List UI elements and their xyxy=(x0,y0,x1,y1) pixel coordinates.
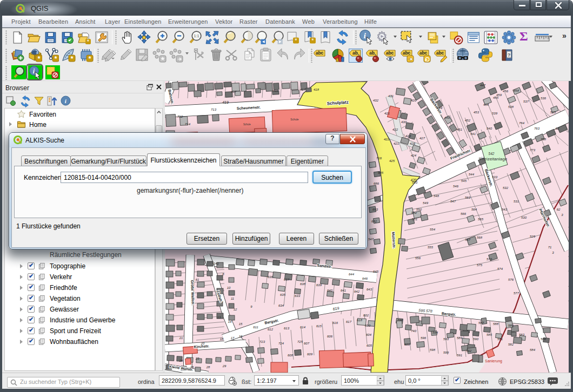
svg-text:594: 594 xyxy=(432,331,438,334)
svg-text:ab: ab xyxy=(369,50,375,56)
svg-text:635: 635 xyxy=(280,293,286,296)
svg-text:418: 418 xyxy=(314,88,319,91)
svg-text:603: 603 xyxy=(365,324,371,327)
svg-text:638: 638 xyxy=(300,282,306,286)
svg-text:62: 62 xyxy=(557,208,561,211)
svg-text:530: 530 xyxy=(521,216,527,219)
svg-text:758: 758 xyxy=(541,138,547,141)
svg-text:577: 577 xyxy=(514,292,519,295)
svg-text:588: 588 xyxy=(493,322,499,326)
svg-text:Schule: Schule xyxy=(243,123,251,126)
svg-text:589: 589 xyxy=(457,336,463,340)
svg-text:634: 634 xyxy=(278,304,284,307)
svg-text:644: 644 xyxy=(349,273,355,276)
svg-text:?: ? xyxy=(508,52,511,58)
svg-text:567: 567 xyxy=(465,238,471,241)
svg-text:612: 612 xyxy=(268,328,274,331)
svg-text:18: 18 xyxy=(220,337,224,341)
svg-text:613: 613 xyxy=(284,327,290,330)
svg-text:604: 604 xyxy=(366,333,372,336)
svg-text:450: 450 xyxy=(444,116,450,119)
svg-text:427: 427 xyxy=(419,137,425,140)
svg-text:458: 458 xyxy=(514,89,519,92)
svg-text:564: 564 xyxy=(471,208,477,211)
svg-text:20: 20 xyxy=(201,342,205,345)
svg-text:563: 563 xyxy=(465,196,471,199)
svg-text:28: 28 xyxy=(206,366,210,369)
svg-text:637: 637 xyxy=(284,278,290,281)
svg-text:431: 431 xyxy=(388,94,394,98)
svg-text:713: 713 xyxy=(211,108,217,111)
svg-text:425: 425 xyxy=(389,159,395,163)
svg-text:543: 543 xyxy=(502,208,508,211)
svg-text:773: 773 xyxy=(530,148,536,152)
svg-text:581: 581 xyxy=(497,337,503,341)
svg-text:420: 420 xyxy=(411,99,417,102)
svg-text:abc: abc xyxy=(419,50,428,56)
svg-text:538: 538 xyxy=(508,105,514,109)
svg-text:432: 432 xyxy=(373,99,379,102)
svg-text:723: 723 xyxy=(259,340,265,343)
svg-text:26: 26 xyxy=(190,366,194,369)
svg-text:550: 550 xyxy=(416,208,422,211)
svg-text:16: 16 xyxy=(239,335,243,338)
svg-text:593: 593 xyxy=(443,337,449,341)
svg-text:i: i xyxy=(364,31,366,40)
svg-text:24: 24 xyxy=(179,359,183,362)
svg-text:682: 682 xyxy=(371,220,377,223)
svg-text:13: 13 xyxy=(217,316,221,319)
svg-text:541: 541 xyxy=(470,132,476,136)
svg-text:618: 618 xyxy=(357,319,363,322)
svg-text:617: 617 xyxy=(346,320,352,323)
svg-text:614: 614 xyxy=(300,326,306,329)
svg-text:712: 712 xyxy=(177,115,183,118)
svg-text:555: 555 xyxy=(428,246,434,249)
svg-text:abc: abc xyxy=(436,50,444,56)
svg-text:739: 739 xyxy=(397,319,403,322)
svg-text:10: 10 xyxy=(227,286,231,289)
svg-text:ab: ab xyxy=(352,50,358,56)
svg-text:422: 422 xyxy=(392,128,398,131)
svg-text:640: 640 xyxy=(327,289,333,292)
svg-text:605: 605 xyxy=(367,344,372,347)
svg-text:447: 447 xyxy=(480,84,486,87)
svg-text:602: 602 xyxy=(363,314,369,317)
svg-text:584: 584 xyxy=(530,348,536,352)
svg-text:764: 764 xyxy=(519,121,525,125)
svg-text:142: 142 xyxy=(214,262,219,265)
svg-text:608: 608 xyxy=(288,354,294,357)
svg-text:573: 573 xyxy=(487,258,492,261)
svg-text:61: 61 xyxy=(196,278,199,281)
svg-text:17: 17 xyxy=(231,336,235,340)
svg-text:15: 15 xyxy=(239,322,243,326)
svg-text:763: 763 xyxy=(534,127,540,130)
svg-text:639: 639 xyxy=(316,283,322,287)
svg-text:547: 547 xyxy=(450,200,456,203)
svg-text:426: 426 xyxy=(410,142,416,145)
svg-text:540: 540 xyxy=(487,127,492,130)
svg-text:417: 417 xyxy=(300,88,306,91)
svg-text:607: 607 xyxy=(304,342,310,345)
svg-text:546: 546 xyxy=(453,185,459,188)
svg-text:533: 533 xyxy=(492,175,498,179)
svg-text:549: 549 xyxy=(423,201,429,205)
svg-text:459: 459 xyxy=(496,93,502,97)
svg-text:536: 536 xyxy=(541,97,547,100)
svg-text:683: 683 xyxy=(372,208,378,211)
svg-text:576: 576 xyxy=(508,278,514,281)
svg-text:582: 582 xyxy=(508,343,514,346)
svg-text:529: 529 xyxy=(530,235,536,238)
svg-text:453: 453 xyxy=(474,111,479,114)
svg-text:565: 565 xyxy=(478,218,484,221)
svg-text:*: * xyxy=(89,55,91,63)
svg-text:abc: abc xyxy=(403,50,411,56)
svg-text:596: 596 xyxy=(421,336,427,340)
svg-text:29: 29 xyxy=(222,364,226,368)
svg-text:407: 407 xyxy=(231,90,237,93)
svg-text:592: 592 xyxy=(466,349,472,353)
svg-text:Schule: Schule xyxy=(290,118,299,121)
svg-text:587: 587 xyxy=(478,321,484,325)
svg-text:525: 525 xyxy=(550,111,556,114)
svg-text:591: 591 xyxy=(457,354,462,357)
svg-text:452: 452 xyxy=(465,119,471,122)
